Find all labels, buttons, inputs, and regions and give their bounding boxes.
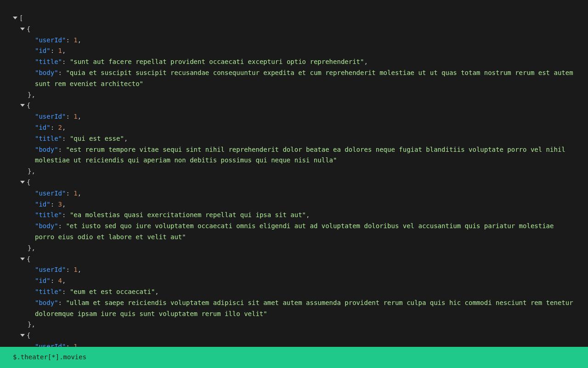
json-property: "body": "est rerum tempore vitae sequi s… [13, 144, 575, 167]
json-property: "body": "quia et suscipit suscipit recus… [13, 68, 575, 90]
json-key: "userId" [35, 190, 66, 197]
json-property: "userId": 1, [13, 35, 575, 46]
json-array-open[interactable]: [ [13, 13, 575, 24]
json-key: "id" [35, 201, 51, 208]
json-value: "sunt aut facere repellat provident occa… [70, 58, 364, 65]
json-value: 1 [74, 190, 77, 197]
json-value: 1 [74, 36, 77, 44]
json-property: "title": "eum et est occaecati", [13, 287, 575, 298]
json-key: "title" [35, 211, 62, 218]
json-object-close: }, [13, 319, 575, 330]
json-value: 3 [58, 201, 62, 208]
jsonpath-search-bar[interactable]: $.theater[*].movies [0, 347, 588, 368]
json-key: "body" [35, 69, 58, 76]
json-value: 1 [58, 47, 62, 54]
json-value: 1 [74, 266, 77, 273]
json-key: "body" [35, 299, 58, 306]
json-object-open[interactable]: { [13, 177, 575, 188]
json-property: "id": 2, [13, 122, 575, 133]
json-object-close: }, [13, 166, 575, 177]
json-value: "est rerum tempore vitae sequi sint nihi… [35, 146, 569, 164]
json-value: 1 [74, 343, 77, 347]
json-key: "id" [35, 47, 51, 54]
json-key: "userId" [35, 113, 66, 120]
json-key: "body" [35, 146, 58, 153]
collapse-arrow-icon[interactable] [20, 28, 25, 30]
json-value: 2 [58, 124, 62, 131]
json-value: "ea molestias quasi exercitationem repel… [70, 211, 306, 218]
json-key: "body" [35, 222, 58, 230]
json-object-close: }, [13, 243, 575, 254]
search-query-text: $.theater[*].movies [13, 352, 86, 363]
json-key: "title" [35, 58, 62, 65]
json-value: "quia et suscipit suscipit recusandae co… [35, 69, 577, 87]
json-property: "title": "sunt aut facere repellat provi… [13, 57, 575, 68]
collapse-arrow-icon[interactable] [20, 181, 25, 184]
json-property: "title": "ea molestias quasi exercitatio… [13, 210, 575, 221]
json-property: "userId": 1, [13, 111, 575, 122]
json-property: "id": 4, [13, 276, 575, 287]
json-value: 4 [58, 277, 62, 284]
json-property: "body": "ullam et saepe reiciendis volup… [13, 298, 575, 320]
json-value: "eum et est occaecati" [70, 288, 155, 295]
json-key: "id" [35, 277, 51, 284]
json-key: "id" [35, 124, 51, 131]
json-viewer: [ { "userId": 1, "id": 1, "title": "sunt… [0, 0, 588, 347]
json-object-open[interactable]: { [13, 254, 575, 265]
json-property: "title": "qui est esse", [13, 133, 575, 144]
json-property: "userId": 1, [13, 188, 575, 199]
json-property: "id": 1, [13, 46, 575, 57]
json-value: 1 [74, 113, 77, 120]
json-value: "ullam et saepe reiciendis voluptatem ad… [35, 299, 577, 317]
json-object-open[interactable]: { [13, 330, 575, 341]
json-property: "id": 3, [13, 199, 575, 210]
json-property: "userId": 1, [13, 264, 575, 276]
json-object-open[interactable]: { [13, 100, 575, 111]
json-key: "userId" [35, 343, 66, 347]
collapse-arrow-icon[interactable] [20, 334, 25, 337]
json-key: "userId" [35, 36, 66, 44]
json-key: "title" [35, 135, 62, 142]
json-value: "et iusto sed quo iure voluptatem occaec… [35, 222, 558, 241]
collapse-arrow-icon[interactable] [20, 258, 25, 260]
json-value: "qui est esse" [70, 135, 124, 142]
json-key: "userId" [35, 266, 66, 273]
collapse-arrow-icon[interactable] [13, 17, 17, 19]
json-object-close: }, [13, 90, 575, 101]
json-property: "userId": 1, [13, 341, 575, 347]
json-property: "body": "et iusto sed quo iure voluptate… [13, 221, 575, 243]
json-object-open[interactable]: { [13, 24, 575, 35]
collapse-arrow-icon[interactable] [20, 104, 25, 107]
json-key: "title" [35, 288, 62, 295]
